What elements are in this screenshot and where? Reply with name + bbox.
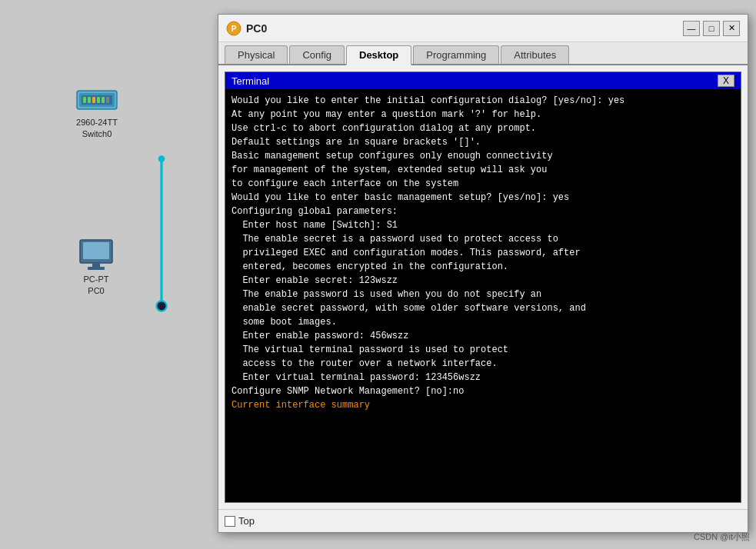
terminal-line: Enter virtual terminal password: 123456w… [231, 371, 734, 384]
switch-label-name: Switch0 [82, 129, 112, 138]
svg-rect-13 [83, 242, 109, 259]
pc-label-model: PC-PT [84, 274, 109, 284]
pc-device[interactable]: PC-PT PC0 [77, 238, 115, 295]
svg-rect-9 [97, 97, 100, 103]
maximize-button[interactable]: □ [703, 21, 720, 36]
terminal-line: privileged EXEC and configuration modes.… [231, 246, 734, 260]
svg-rect-8 [92, 97, 95, 103]
svg-rect-7 [88, 97, 91, 103]
svg-rect-10 [102, 97, 105, 103]
terminal-line: for management of the system, extended s… [231, 163, 734, 177]
window-icon: P [226, 21, 241, 36]
terminal-line: The enable password is used when you do … [231, 288, 734, 301]
bottom-bar: Top [218, 509, 748, 532]
terminal-panel: Terminal X Would you like to enter the i… [225, 72, 741, 503]
terminal-line: Configuring global parameters: [231, 205, 734, 218]
tab-programming[interactable]: Programming [413, 45, 499, 64]
switch-device[interactable]: 2960-24TT Switch0 [75, 85, 118, 138]
terminal-line-orange: Current interface summary [231, 398, 734, 412]
terminal-line: The virtual terminal password is used to… [231, 343, 734, 357]
switch-label-model: 2960-24TT [76, 118, 118, 127]
switch-icon [75, 85, 118, 115]
svg-rect-6 [83, 97, 86, 103]
close-button[interactable]: ✕ [723, 21, 740, 36]
terminal-line: Enter enable secret: 123wszz [231, 274, 734, 288]
terminal-line: enable secret password, with some older … [231, 301, 734, 315]
terminal-line: access to the router over a network inte… [231, 357, 734, 371]
terminal-line: entered, becomes encrypted in the config… [231, 260, 734, 274]
terminal-line: Would you like to enter the initial conf… [231, 94, 734, 108]
tab-physical[interactable]: Physical [225, 45, 288, 64]
tab-attributes[interactable]: Attributes [501, 45, 569, 64]
terminal-header: Terminal X [225, 72, 741, 89]
tab-config[interactable]: Config [289, 45, 345, 64]
svg-point-2 [156, 301, 166, 311]
top-checkbox[interactable] [225, 516, 235, 527]
title-bar: P PC0 — □ ✕ [218, 15, 748, 42]
watermark: CSDN @it小照 [694, 531, 750, 543]
top-checkbox-label: Top [238, 515, 255, 527]
pc-label-name: PC0 [88, 286, 104, 295]
terminal-line: to configure each interface on the syste… [231, 177, 734, 191]
svg-rect-15 [88, 267, 105, 270]
svg-point-1 [158, 155, 165, 162]
dialog-window: P PC0 — □ ✕ Physical Config Desktop Prog… [218, 14, 748, 533]
minimize-button[interactable]: — [683, 21, 700, 36]
tab-desktop[interactable]: Desktop [346, 45, 411, 65]
terminal-line: Configure SNMP Network Management? [no]:… [231, 384, 734, 398]
terminal-line: At any point you may enter a question ma… [231, 108, 734, 121]
top-checkbox-container[interactable]: Top [225, 515, 255, 527]
title-controls: — □ ✕ [683, 21, 740, 36]
window-title: PC0 [246, 22, 267, 35]
terminal-header-label: Terminal [231, 75, 269, 87]
terminal-close-button[interactable]: X [718, 75, 734, 87]
svg-rect-14 [92, 263, 100, 267]
terminal-line: Use ctrl-c to abort configuration dialog… [231, 121, 734, 135]
content-area: Terminal X Would you like to enter the i… [218, 65, 748, 509]
terminal-line: Enter host name [Switch]: S1 [231, 218, 734, 232]
terminal-line: some boot images. [231, 315, 734, 329]
svg-text:P: P [231, 25, 237, 33]
terminal-body[interactable]: Would you like to enter the initial conf… [225, 89, 741, 502]
terminal-line: Would you like to enter basic management… [231, 191, 734, 205]
svg-rect-11 [106, 97, 109, 103]
terminal-line: Basic management setup configures only e… [231, 149, 734, 163]
network-topology: 2960-24TT Switch0 PC-PT PC0 [46, 77, 200, 354]
tab-bar: Physical Config Desktop Programming Attr… [218, 42, 748, 65]
terminal-line: The enable secret is a password used to … [231, 232, 734, 246]
pc-icon [77, 238, 115, 272]
terminal-line: Default settings are in square brackets … [231, 135, 734, 149]
terminal-line: Enter enable password: 456wszz [231, 329, 734, 343]
